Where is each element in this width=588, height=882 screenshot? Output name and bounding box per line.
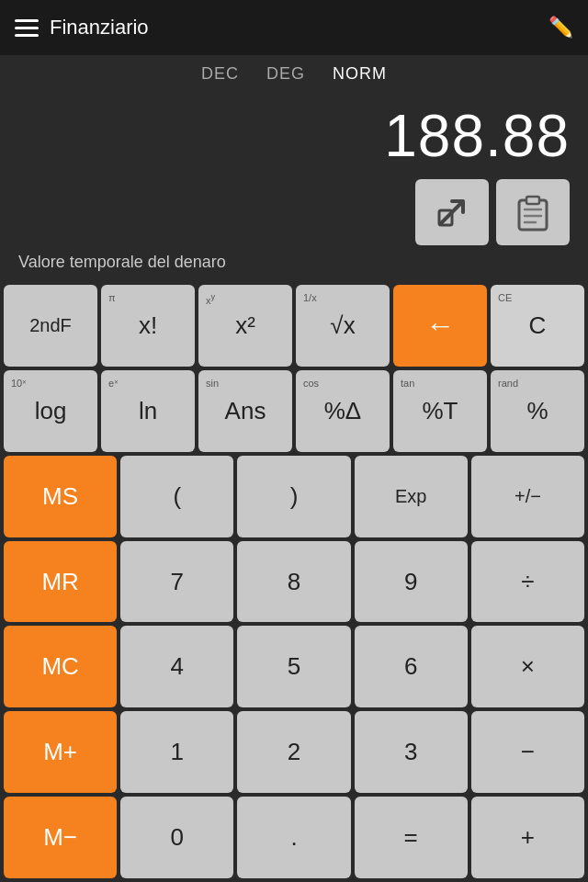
btn-sub[interactable]: − (471, 711, 584, 793)
btn-pct-delta[interactable]: cos %Δ (296, 370, 390, 452)
btn-pct[interactable]: rand % (491, 370, 584, 452)
edit-icon[interactable]: ✏️ (548, 16, 573, 40)
button-row-6: M− 0 . = + (4, 797, 584, 878)
btn-8[interactable]: 8 (237, 541, 350, 623)
btn-2[interactable]: 2 (237, 711, 350, 793)
btn-0[interactable]: 0 (120, 797, 233, 878)
btn-factorial[interactable]: π x! (101, 285, 195, 367)
btn-lparen[interactable]: ( (120, 456, 233, 537)
display-value: 188.88 (384, 102, 570, 170)
btn-2ndf[interactable]: 2ndF (4, 285, 97, 367)
btn-dot[interactable]: . (237, 797, 350, 878)
button-row-5: M+ 1 2 3 − (4, 711, 584, 793)
btn-4[interactable]: 4 (120, 626, 233, 707)
button-row-2: MS ( ) Exp +/− (4, 456, 584, 537)
btn-ce-c[interactable]: CE C (491, 285, 584, 367)
btn-div[interactable]: ÷ (471, 541, 584, 623)
calculator-body: 2ndF π x! xy x² 1/x √x ← CE C 10ˣ log eˣ… (0, 281, 588, 882)
btn-9[interactable]: 9 (355, 541, 468, 623)
btn-sqrt[interactable]: 1/x √x (296, 285, 390, 367)
btn-ln[interactable]: eˣ ln (101, 370, 195, 452)
btn-6[interactable]: 6 (355, 626, 468, 707)
btn-log[interactable]: 10ˣ log (4, 370, 97, 452)
mode-norm[interactable]: NORM (333, 64, 387, 84)
btn-mminus[interactable]: M− (4, 797, 117, 878)
clipboard-button[interactable] (496, 179, 570, 245)
btn-7[interactable]: 7 (120, 541, 233, 623)
display-action-buttons (415, 179, 570, 245)
svg-rect-2 (526, 197, 539, 204)
btn-mc[interactable]: MC (4, 626, 117, 707)
btn-1[interactable]: 1 (120, 711, 233, 793)
btn-add[interactable]: + (471, 797, 584, 878)
button-row-3: MR 7 8 9 ÷ (4, 541, 584, 623)
btn-equals[interactable]: = (355, 797, 468, 878)
btn-xpowy[interactable]: xy x² (198, 285, 292, 367)
app-title: Finanziario (50, 16, 149, 40)
button-row-4: MC 4 5 6 × (4, 626, 584, 707)
mode-deg[interactable]: DEG (266, 64, 305, 84)
btn-ans[interactable]: sin Ans (198, 370, 292, 452)
tvm-label: Valore temporale del denaro (0, 245, 588, 281)
button-row-1: 10ˣ log eˣ ln sin Ans cos %Δ tan %T rand… (4, 370, 584, 452)
btn-rparen[interactable]: ) (237, 456, 350, 537)
btn-ms[interactable]: MS (4, 456, 117, 537)
button-row-0: 2ndF π x! xy x² 1/x √x ← CE C (4, 285, 584, 367)
btn-backspace[interactable]: ← (393, 285, 487, 367)
btn-mr[interactable]: MR (4, 541, 117, 623)
mode-dec[interactable]: DEC (201, 64, 239, 84)
btn-exp[interactable]: Exp (355, 456, 468, 537)
btn-5[interactable]: 5 (237, 626, 350, 707)
btn-pct-t[interactable]: tan %T (393, 370, 487, 452)
menu-button[interactable] (15, 19, 39, 37)
btn-mplus[interactable]: M+ (4, 711, 117, 793)
share-button[interactable] (415, 179, 489, 245)
btn-plusminus[interactable]: +/− (471, 456, 584, 537)
mode-bar: DEC DEG NORM (0, 55, 588, 93)
display-panel: 188.88 (0, 93, 588, 245)
btn-3[interactable]: 3 (355, 711, 468, 793)
btn-mul[interactable]: × (471, 626, 584, 707)
app-header: Finanziario ✏️ (0, 0, 588, 55)
